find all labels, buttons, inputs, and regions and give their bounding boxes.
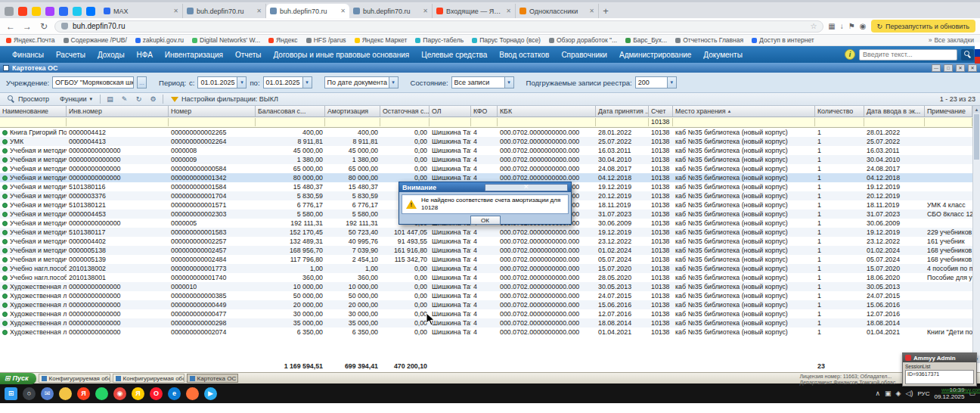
pinned-telegram-icon[interactable]	[73, 7, 82, 16]
filter-cell[interactable]	[430, 118, 471, 126]
language-indicator[interactable]: РУС	[917, 390, 929, 397]
minimize-button[interactable]: —	[932, 64, 941, 72]
pinned-messenger-icon[interactable]	[45, 7, 54, 16]
refresh-icon[interactable]: ↻	[134, 95, 144, 104]
reload-icon[interactable]: ↻	[38, 21, 50, 32]
whatsapp-icon[interactable]	[95, 387, 108, 400]
column-header[interactable]: Место хранения▲	[673, 106, 815, 116]
menu-item[interactable]: Справочники	[555, 51, 613, 59]
dialog-close-icon[interactable]: ✕	[485, 184, 569, 191]
column-header[interactable]: КБК	[498, 106, 596, 116]
browser-tab[interactable]: Входящие — Яндекс Почта✕	[433, 4, 516, 18]
table-row[interactable]: Учебная и методическ...00000051390000000…	[0, 255, 972, 264]
scroll-thumb[interactable]	[974, 114, 979, 160]
extensions-icon[interactable]: ▦	[828, 22, 835, 30]
bookmark-item[interactable]: Отчетность Главная	[675, 36, 743, 44]
global-search-button[interactable]	[961, 49, 974, 61]
opera-icon[interactable]: O	[150, 387, 163, 400]
tab-close-icon[interactable]: ✕	[589, 8, 594, 14]
search-icon[interactable]: ○	[23, 387, 36, 400]
menu-item[interactable]: НФА	[131, 51, 159, 59]
functions-button[interactable]: Функции▾	[57, 95, 95, 103]
explorer-icon[interactable]	[59, 387, 72, 400]
table-row[interactable]: Книга Григорий Потан...00000044120000000…	[0, 128, 972, 137]
ammyy-link[interactable]: www.ammyy.com	[941, 387, 980, 393]
restart-update-button[interactable]: ↻ Перезапустить и обновить	[871, 20, 975, 33]
all-bookmarks-button[interactable]: »Все закладки	[929, 36, 974, 44]
menu-item[interactable]: Целевые средства	[415, 51, 493, 59]
global-search-input[interactable]	[859, 49, 957, 61]
menu-item[interactable]: Ввод остатков	[493, 51, 555, 59]
calendar-icon[interactable]: ▾	[237, 76, 247, 88]
url-field[interactable]: buh.depfin70.ru ☆	[54, 20, 823, 33]
chevron-up-icon[interactable]: ∧	[875, 390, 880, 397]
ammyy-title-bar[interactable]: Ammyy Admin	[903, 353, 976, 362]
info-icon[interactable]: i	[845, 49, 855, 60]
state-select[interactable]: Все записи▾	[451, 76, 514, 88]
bookmark-item[interactable]: Парус-табель	[415, 36, 464, 44]
bookmark-item[interactable]: HFS /parus	[306, 36, 346, 44]
start-button[interactable]: ⊞	[5, 387, 17, 400]
filter-cell[interactable]	[925, 118, 972, 126]
firefox-icon[interactable]	[186, 387, 199, 400]
filter-cell[interactable]	[596, 118, 649, 126]
institution-field[interactable]: ОГБОУ "Моряковская школа-инте	[52, 76, 134, 88]
dialog-ok-button[interactable]: ОК	[470, 216, 501, 225]
table-row[interactable]: Художественная лите...000000000000000000…	[0, 300, 972, 309]
filter-cell[interactable]	[673, 118, 815, 126]
browser-tab[interactable]: buh.depfin70.ru✕	[183, 4, 266, 18]
column-header[interactable]: Наименование	[0, 106, 67, 116]
pinned-vk-icon[interactable]	[59, 7, 68, 16]
filter-cell[interactable]	[169, 118, 256, 126]
column-header[interactable]: Дата ввода в эк...	[864, 106, 925, 116]
taskbar-task-button[interactable]: Конфигурируемая оборотна...	[113, 374, 185, 383]
taskbar-task-button[interactable]: Конфигурируемая оборотна...	[39, 374, 110, 383]
date-to-field[interactable]: 01.01.2025▾	[263, 76, 312, 88]
filter-cell[interactable]	[498, 118, 596, 126]
telegram-icon[interactable]: ▶	[204, 387, 217, 400]
volume-icon[interactable]: ◁)	[905, 390, 913, 397]
column-header[interactable]: Инв.номер	[67, 106, 169, 116]
network-icon[interactable]: ◈	[896, 390, 901, 397]
menu-item[interactable]: Доходы	[91, 51, 131, 59]
scroll-up-icon[interactable]: ▲	[973, 106, 980, 113]
shield-icon[interactable]: ▣	[885, 390, 892, 397]
pinned-yandex-icon[interactable]	[18, 7, 27, 16]
taskbar-task-button[interactable]: Картотека ОС	[187, 374, 238, 383]
bookmark-item[interactable]: Яндекс Маркет	[355, 36, 408, 44]
column-header[interactable]: Количество	[815, 106, 864, 116]
pinned-menu-icon[interactable]	[5, 7, 14, 16]
mail-icon[interactable]: ✉	[41, 387, 54, 400]
pinned-services-icon[interactable]	[86, 7, 95, 16]
table-row[interactable]: Учебно нагл.пособие201013800200000000000…	[0, 264, 972, 273]
bookmark-item[interactable]: zakupki.gov.ru	[135, 36, 184, 44]
table-row[interactable]: Учебно нагл.пособие201013800100000000000…	[0, 273, 972, 282]
yandex-services-icon[interactable]: Я	[132, 387, 144, 400]
vertical-scrollbar[interactable]: ▲ ▼	[972, 106, 980, 363]
filter-cell[interactable]	[864, 118, 925, 126]
new-tab-button[interactable]: +	[599, 4, 612, 18]
browser-tab[interactable]: buh.depfin70.ru✕	[266, 4, 349, 18]
filter-cell[interactable]	[325, 118, 380, 126]
forward-icon[interactable]: →	[21, 21, 33, 32]
browser-tab[interactable]: MAX✕	[100, 4, 183, 18]
date-mode-select[interactable]: По дате документа▾	[324, 76, 399, 88]
table-row[interactable]: Учебная и методическ...00000000000000000…	[0, 146, 972, 155]
menu-item[interactable]: Документы	[697, 51, 749, 59]
settings-gear-icon[interactable]: ⚙	[148, 95, 158, 104]
filter-cell[interactable]	[815, 118, 864, 126]
tab-close-icon[interactable]: ✕	[340, 8, 346, 14]
edge-icon[interactable]: e	[168, 387, 181, 400]
start-button-remote[interactable]: ⊞Пуск	[0, 373, 36, 384]
column-header[interactable]: КФО	[471, 106, 498, 116]
table-row[interactable]: Учебная и методическ...00000044020000000…	[0, 237, 972, 246]
table-row[interactable]: Художественная лите...000000000000000000…	[0, 318, 972, 328]
tab-close-icon[interactable]: ✕	[506, 8, 511, 14]
column-header[interactable]: Балансовая с...	[256, 106, 325, 116]
bookmark-item[interactable]: Digital Networks' W...	[192, 36, 260, 44]
bookmark-item[interactable]: Парус Торнадо (все)	[472, 36, 541, 44]
back-icon[interactable]: ←	[5, 21, 17, 32]
column-header[interactable]: Примечание	[925, 106, 972, 116]
table-row[interactable]: Учебная и методическ...51013801170000000…	[0, 228, 972, 237]
browser-tab[interactable]: buh.depfin70.ru✕	[349, 4, 433, 18]
